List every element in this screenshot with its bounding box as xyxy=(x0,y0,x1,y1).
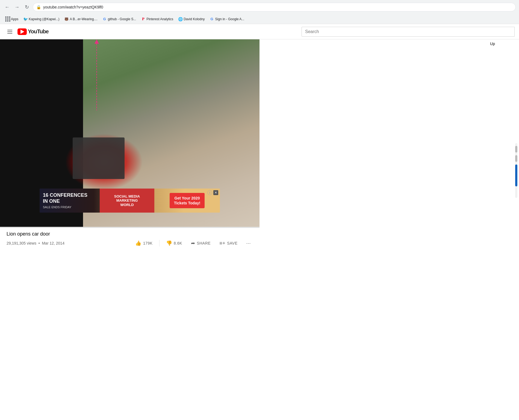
play-triangle xyxy=(20,30,24,34)
like-count: 179K xyxy=(143,241,153,245)
google-icon-2: G xyxy=(210,17,214,21)
bookmark-signin-label: Sign in - Google A... xyxy=(215,17,244,21)
forward-button[interactable]: → xyxy=(13,3,21,11)
bookmark-kapwing[interactable]: 🐦 Kapwing (@Kapwi...) xyxy=(21,16,61,22)
scrollbar-thumb-1 xyxy=(515,146,517,152)
bookmark-david-label: David Kolodny xyxy=(184,17,205,21)
reload-button[interactable]: ↻ xyxy=(23,3,31,11)
address-bar[interactable]: 🔒 youtube.com/watch?v=yeaztQK9lf0 xyxy=(33,3,516,11)
bookmark-kapwing-label: Kapwing (@Kapwi...) xyxy=(29,17,59,21)
bear-icon: 🐻 xyxy=(64,17,69,21)
ad-overlay: 16 CONFERENCESIN ONE SALE ENDS FRIDAY SO… xyxy=(40,189,220,213)
ad-info-button[interactable]: ℹ xyxy=(207,190,212,195)
url-text: youtube.com/watch?v=yeaztQK9lf0 xyxy=(43,5,103,9)
share-icon: ➦ xyxy=(191,240,195,246)
scrollbar-track[interactable] xyxy=(515,143,517,198)
video-actions: 👍 179K 👎 8.6K ➦ SHARE ≡ xyxy=(133,239,253,247)
youtube-logo[interactable]: YouTube xyxy=(17,28,49,35)
bookmarks-bar: Apps 🐦 Kapwing (@Kapwi...) 🐻 A B...er-We… xyxy=(0,14,519,24)
grid-icon xyxy=(5,17,10,21)
save-button[interactable]: ≡+ SAVE xyxy=(217,239,240,247)
more-icon: ··· xyxy=(246,240,251,246)
ad-close-area: ℹ ✕ xyxy=(207,190,218,195)
yt-main: 16 CONFERENCESIN ONE SALE ENDS FRIDAY SO… xyxy=(0,39,519,251)
bookmark-bear[interactable]: 🐻 A B...er-Wearing.... xyxy=(62,16,100,22)
bookmark-david[interactable]: 🌐 David Kolodny xyxy=(176,16,207,22)
ad-logo-area: SOCIAL MEDIAMARKETINGWORLD xyxy=(100,189,154,213)
ad-logo-text: SOCIAL MEDIAMARKETINGWORLD xyxy=(114,194,140,207)
bookmark-apps[interactable]: Apps xyxy=(3,16,20,22)
search-input[interactable] xyxy=(302,27,514,36)
bookmark-pinterest[interactable]: 𝐏 Pinterest Analytics xyxy=(139,16,175,22)
video-section: 16 CONFERENCESIN ONE SALE ENDS FRIDAY SO… xyxy=(0,39,260,251)
bookmark-apps-label: Apps xyxy=(11,17,18,21)
dislike-count: 8.6K xyxy=(174,241,182,245)
action-separator-1 xyxy=(159,240,160,246)
address-bar-row: ← → ↻ 🔒 youtube.com/watch?v=yeaztQK9lf0 xyxy=(0,0,519,14)
scrollbar-thumb-3 xyxy=(515,165,517,186)
like-button[interactable]: 👍 179K xyxy=(133,239,155,247)
bookmark-bear-label: A B...er-Wearing.... xyxy=(70,17,98,21)
scrollbar-area xyxy=(515,143,518,198)
thumbs-up-icon: 👍 xyxy=(135,240,141,246)
bookmark-github[interactable]: G github - Google S... xyxy=(100,16,138,22)
save-label: SAVE xyxy=(227,241,237,245)
video-views: 29,191,305 views • Mar 12, 2014 xyxy=(7,241,64,245)
share-label: SHARE xyxy=(197,241,211,245)
ad-close-button[interactable]: ✕ xyxy=(213,190,218,195)
youtube-page: YouTube 16 CONFERE xyxy=(0,24,519,251)
video-car-dark xyxy=(73,137,125,179)
lock-icon: 🔒 xyxy=(36,5,41,9)
dislike-button[interactable]: 👎 8.6K xyxy=(164,239,184,247)
video-info: Lion opens car door 29,191,305 views • M… xyxy=(0,228,260,251)
yt-logo-text: YouTube xyxy=(28,28,49,35)
save-icon: ≡+ xyxy=(219,240,225,246)
video-player[interactable]: 16 CONFERENCESIN ONE SALE ENDS FRIDAY SO… xyxy=(0,39,260,228)
google-icon: G xyxy=(102,17,107,21)
ad-cta-button[interactable]: Get Your 2020Tickets Today! xyxy=(170,193,205,208)
pinterest-icon: 𝐏 xyxy=(141,17,145,21)
ad-sale-text: SALE ENDS FRIDAY xyxy=(43,205,96,209)
bookmark-signin[interactable]: G Sign in - Google A... xyxy=(208,16,247,22)
sidebar-up-label: Up xyxy=(488,39,497,48)
more-button[interactable]: ··· xyxy=(244,239,253,247)
back-button[interactable]: ← xyxy=(3,3,11,11)
scrollbar-thumb-2 xyxy=(515,155,517,162)
video-progress-bar[interactable] xyxy=(0,227,260,228)
sidebar-area: Up xyxy=(260,39,519,251)
yt-logo-icon xyxy=(17,28,27,35)
hamburger-icon xyxy=(7,30,12,34)
bookmark-pinterest-label: Pinterest Analytics xyxy=(146,17,173,21)
globe-icon: 🌐 xyxy=(178,17,182,21)
twitter-icon: 🐦 xyxy=(23,17,28,21)
thumbs-down-icon: 👎 xyxy=(166,240,172,246)
video-meta-row: 29,191,305 views • Mar 12, 2014 👍 179K 👎… xyxy=(7,239,253,247)
browser-chrome: ← → ↻ 🔒 youtube.com/watch?v=yeaztQK9lf0 … xyxy=(0,0,519,24)
ad-left-section: 16 CONFERENCESIN ONE SALE ENDS FRIDAY xyxy=(40,190,100,211)
menu-button[interactable] xyxy=(4,26,15,37)
search-bar[interactable] xyxy=(302,27,515,37)
video-title: Lion opens car door xyxy=(7,231,253,237)
ad-conferences-text: 16 CONFERENCESIN ONE xyxy=(43,192,96,204)
share-button[interactable]: ➦ SHARE xyxy=(189,239,213,247)
youtube-header: YouTube xyxy=(0,24,519,39)
bookmark-github-label: github - Google S... xyxy=(108,17,136,21)
